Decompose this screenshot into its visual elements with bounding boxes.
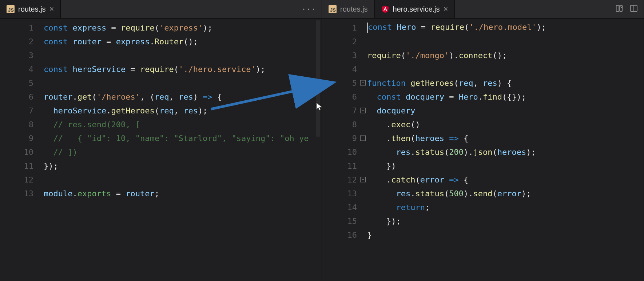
line-number: 6 [0, 92, 44, 101]
js-file-icon: JS [7, 5, 15, 13]
diff-icon[interactable] [615, 4, 623, 14]
line-number: 5− [322, 79, 367, 88]
code-line[interactable]: 12 [0, 173, 322, 186]
line-number: 11 [322, 161, 367, 170]
code-line[interactable]: 8 .exec() [322, 117, 644, 131]
code-content[interactable]: const Hero = require('./hero.model'); [367, 23, 644, 33]
tab-label: routes.js [340, 5, 368, 13]
code-content[interactable]: }) [367, 161, 644, 170]
code-line[interactable]: 1const Hero = require('./hero.model'); [322, 21, 644, 35]
code-line[interactable]: 4const heroService = require('./hero.ser… [0, 62, 322, 76]
code-line[interactable]: 6router.get('/heroes', (req, res) => { [0, 90, 322, 104]
code-editor-left[interactable]: 1const express = require('express');2con… [0, 19, 322, 281]
line-number: 4 [322, 65, 367, 74]
tab-label: hero.service.js [393, 5, 440, 13]
line-number: 8 [0, 120, 44, 129]
tab-bar-right: JS routes.js hero.service.js × [322, 0, 644, 19]
tab-label: routes.js [18, 5, 46, 13]
tab-routes-js-right[interactable]: JS routes.js [322, 0, 375, 18]
code-content[interactable]: }); [44, 161, 322, 170]
line-number: 14 [322, 203, 367, 212]
code-line[interactable]: 8 // res.send(200, [ [0, 117, 322, 131]
overflow-icon[interactable]: ··· [301, 5, 316, 14]
line-number: 2 [0, 37, 44, 46]
code-line[interactable]: 11 }) [322, 159, 644, 173]
code-line[interactable]: 2const router = express.Router(); [0, 35, 322, 48]
code-line[interactable]: 7 heroService.getHeroes(req, res); [0, 104, 322, 117]
code-content[interactable]: }); [367, 217, 644, 226]
code-line[interactable]: 2 [322, 35, 644, 48]
code-line[interactable]: 9− .then(heroes => { [322, 131, 644, 145]
line-number: 9 [0, 134, 44, 143]
line-number: 16 [322, 230, 367, 240]
svg-point-4 [621, 6, 622, 7]
code-content[interactable]: .exec() [367, 120, 644, 129]
code-line[interactable]: 5 [0, 76, 322, 90]
code-line[interactable]: 9 // { "id": 10, "name": "Starlord", "sa… [0, 131, 322, 145]
fold-icon[interactable]: − [360, 177, 366, 182]
code-content[interactable]: // { "id": 10, "name": "Starlord", "sayi… [44, 134, 322, 143]
code-line[interactable]: 14 return; [322, 200, 644, 214]
code-line[interactable]: 3require('./mongo').connect(); [322, 48, 644, 62]
code-content[interactable]: res.status(500).send(error); [367, 189, 644, 198]
tab-actions-left: ··· [295, 0, 322, 18]
code-content[interactable]: docquery [367, 106, 644, 115]
code-content[interactable]: function getHeroes(req, res) { [367, 79, 644, 88]
code-line[interactable]: 10 res.status(200).json(heroes); [322, 145, 644, 159]
scrollbar[interactable] [316, 20, 320, 137]
fold-icon[interactable]: − [360, 136, 366, 141]
code-content[interactable]: heroService.getHeroes(req, res); [44, 106, 322, 115]
editor-pane-right: JS routes.js hero.service.js × 1const He… [322, 0, 644, 281]
code-line[interactable]: 7− docquery [322, 104, 644, 117]
code-content[interactable]: const express = require('express'); [44, 23, 322, 32]
code-content[interactable]: return; [367, 203, 644, 212]
code-line[interactable]: 11}); [0, 159, 322, 173]
code-content[interactable]: require('./mongo').connect(); [367, 51, 644, 60]
code-content[interactable]: const docquery = Hero.find({}); [367, 92, 644, 101]
code-content[interactable]: module.exports = router; [44, 189, 322, 198]
code-content[interactable]: const heroService = require('./hero.serv… [44, 65, 322, 74]
code-content[interactable]: .then(heroes => { [367, 134, 644, 143]
line-number: 13 [0, 189, 44, 198]
code-line[interactable]: 13module.exports = router; [0, 186, 322, 200]
split-editor-icon[interactable] [630, 4, 638, 14]
line-number: 1 [0, 23, 44, 32]
line-number: 3 [0, 51, 44, 60]
tab-actions-right [609, 0, 644, 18]
code-content[interactable]: const router = express.Router(); [44, 37, 322, 46]
code-line[interactable]: 13 res.status(500).send(error); [322, 186, 644, 200]
code-line[interactable]: 1const express = require('express'); [0, 21, 322, 35]
code-content[interactable]: // res.send(200, [ [44, 120, 322, 129]
code-editor-right[interactable]: 1const Hero = require('./hero.model');23… [322, 19, 644, 281]
line-number: 1 [322, 23, 367, 32]
code-line[interactable]: 3 [0, 48, 322, 62]
line-number: 6 [322, 92, 367, 101]
line-number: 8 [322, 120, 367, 129]
fold-icon[interactable]: − [360, 80, 366, 86]
fold-icon[interactable]: − [360, 108, 366, 113]
line-number: 12− [322, 175, 367, 184]
tab-routes-js[interactable]: JS routes.js × [0, 0, 61, 18]
code-content[interactable]: res.status(200).json(heroes); [367, 148, 644, 157]
code-line[interactable]: 15 }); [322, 214, 644, 228]
line-number: 4 [0, 65, 44, 74]
code-line[interactable]: 12− .catch(error => { [322, 173, 644, 186]
code-content[interactable]: } [367, 230, 644, 240]
code-content[interactable]: // ]) [44, 148, 322, 157]
close-icon[interactable]: × [49, 5, 54, 13]
line-number: 15 [322, 217, 367, 226]
code-content[interactable]: router.get('/heroes', (req, res) => { [44, 92, 322, 101]
close-icon[interactable]: × [444, 5, 448, 13]
line-number: 13 [322, 189, 367, 198]
line-number: 2 [322, 37, 367, 46]
split-editor: JS routes.js × ··· 1const express = requ… [0, 0, 644, 281]
line-number: 9− [322, 134, 367, 143]
code-line[interactable]: 6 const docquery = Hero.find({}); [322, 90, 644, 104]
code-line[interactable]: 5−function getHeroes(req, res) { [322, 76, 644, 90]
tab-hero-service-js[interactable]: hero.service.js × [375, 0, 455, 18]
code-line[interactable]: 16} [322, 228, 644, 242]
editor-pane-left: JS routes.js × ··· 1const express = requ… [0, 0, 322, 281]
code-line[interactable]: 4 [322, 62, 644, 76]
code-line[interactable]: 10 // ]) [0, 145, 322, 159]
code-content[interactable]: .catch(error => { [367, 175, 644, 184]
